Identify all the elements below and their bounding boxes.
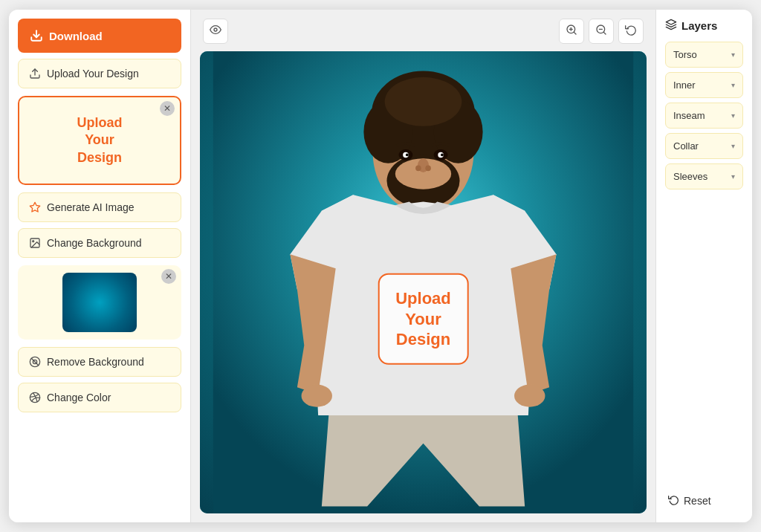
- design-upload-box[interactable]: ✕ UploadYourDesign: [18, 96, 181, 185]
- change-bg-icon: [29, 237, 41, 249]
- rotate-button[interactable]: [618, 19, 644, 44]
- model-canvas: UploadYourDesign: [200, 51, 647, 513]
- background-preview-box: ✕: [18, 265, 181, 340]
- layer-item-inseam[interactable]: Inseam ▾: [665, 103, 743, 129]
- layer-item-collar[interactable]: Collar ▾: [665, 133, 743, 159]
- change-background-label: Change Background: [47, 237, 142, 249]
- tshirt-design-overlay: UploadYourDesign: [378, 273, 469, 365]
- svg-point-35: [302, 385, 332, 407]
- app-container: Download Upload Your Design ✕ UploadYour…: [9, 10, 752, 522]
- reset-button[interactable]: Reset: [665, 488, 743, 513]
- chevron-inner-icon: ▾: [731, 81, 735, 89]
- zoom-out-button[interactable]: [589, 19, 614, 44]
- zoom-out-icon: [595, 24, 607, 39]
- svg-line-15: [603, 32, 606, 34]
- layer-item-torso[interactable]: Torso ▾: [665, 42, 743, 68]
- svg-point-23: [385, 77, 462, 126]
- layer-collar-label: Collar: [673, 140, 699, 152]
- svg-marker-2: [30, 202, 39, 212]
- upload-icon: [29, 68, 41, 80]
- svg-point-33: [415, 166, 421, 172]
- design-upload-text: UploadYourDesign: [77, 114, 123, 166]
- layer-inner-label: Inner: [673, 80, 696, 91]
- layer-torso-label: Torso: [673, 49, 697, 60]
- svg-point-31: [441, 154, 444, 157]
- svg-marker-37: [666, 19, 676, 25]
- download-label: Download: [49, 30, 103, 42]
- close-bg-button[interactable]: ✕: [161, 269, 176, 284]
- generate-ai-button[interactable]: Generate AI Image: [18, 192, 181, 222]
- svg-point-34: [425, 166, 431, 172]
- layer-item-sleeves[interactable]: Sleeves ▾: [665, 163, 743, 189]
- zoom-in-button[interactable]: [559, 19, 584, 44]
- svg-point-9: [214, 28, 217, 31]
- chevron-sleeves-icon: ▾: [731, 172, 735, 181]
- main-area: UploadYourDesign: [191, 10, 655, 522]
- svg-point-36: [514, 385, 545, 407]
- toolbar-left: [203, 19, 228, 44]
- remove-background-label: Remove Background: [47, 356, 144, 368]
- left-sidebar: Download Upload Your Design ✕ UploadYour…: [9, 10, 191, 522]
- toolbar-right: [559, 19, 644, 44]
- chevron-collar-icon: ▾: [731, 142, 735, 150]
- right-sidebar: Layers Torso ▾ Inner ▾ Inseam ▾ Collar ▾…: [655, 10, 752, 522]
- download-icon: [30, 29, 43, 42]
- generate-ai-label: Generate AI Image: [47, 201, 135, 213]
- layer-sleeves-label: Sleeves: [673, 171, 707, 182]
- layers-icon: [665, 19, 677, 33]
- eye-button[interactable]: [203, 19, 228, 44]
- eye-icon: [210, 24, 221, 39]
- reset-label: Reset: [684, 495, 711, 507]
- change-background-button[interactable]: Change Background: [18, 228, 181, 258]
- toolbar: [200, 19, 647, 44]
- chevron-inseam-icon: ▾: [731, 111, 735, 120]
- download-button[interactable]: Download: [18, 19, 181, 53]
- upload-design-button[interactable]: Upload Your Design: [18, 59, 181, 88]
- tshirt-design-text: UploadYourDesign: [395, 289, 451, 348]
- canvas-wrapper: UploadYourDesign: [200, 51, 647, 513]
- svg-line-11: [574, 32, 576, 34]
- reset-icon: [668, 494, 679, 507]
- ai-icon: [29, 201, 41, 213]
- change-color-icon: [29, 392, 41, 403]
- change-color-label: Change Color: [47, 392, 111, 403]
- layers-label: Layers: [681, 19, 717, 32]
- change-color-button[interactable]: Change Color: [18, 383, 181, 412]
- remove-bg-icon: [29, 356, 41, 368]
- svg-point-30: [406, 154, 409, 157]
- close-design-button[interactable]: ✕: [160, 101, 175, 116]
- layers-title: Layers: [665, 19, 743, 33]
- remove-background-button[interactable]: Remove Background: [18, 347, 181, 377]
- upload-design-label: Upload Your Design: [47, 68, 139, 80]
- chevron-torso-icon: ▾: [731, 51, 735, 59]
- background-preview-swatch: [62, 273, 137, 332]
- layer-item-inner[interactable]: Inner ▾: [665, 72, 743, 98]
- layer-inseam-label: Inseam: [673, 110, 705, 121]
- svg-point-4: [33, 241, 34, 242]
- zoom-in-icon: [566, 24, 577, 39]
- rotate-icon: [625, 24, 637, 39]
